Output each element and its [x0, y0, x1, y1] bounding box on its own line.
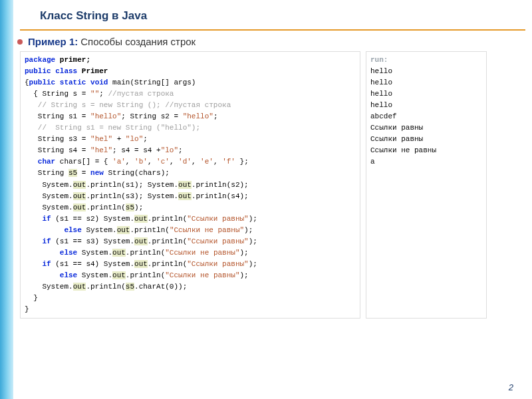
code-text: .println( — [126, 249, 165, 257]
code-text: System. — [82, 226, 117, 234]
code-text: primer; — [55, 56, 90, 64]
code-text: .println( — [86, 283, 125, 291]
code-text: .println(s1); System. — [86, 181, 178, 189]
output-line: Ссылки не равны — [370, 145, 482, 156]
code-text: } — [25, 305, 29, 313]
code-kw: else — [25, 226, 82, 234]
code-text: ; — [143, 135, 148, 143]
code-text: System. — [25, 181, 73, 189]
code-str: 'c' — [156, 158, 170, 166]
output-line: hello — [370, 66, 482, 77]
code-text: , — [126, 158, 134, 166]
code-comment: // String s = new String (); //пустая ст… — [25, 101, 231, 109]
code-text: ); — [134, 203, 143, 211]
code-hl: out — [73, 192, 86, 200]
code-text: }; — [235, 158, 249, 166]
code-text: { — [25, 78, 29, 86]
code-text: ; — [178, 146, 183, 154]
code-text: System. — [77, 249, 112, 257]
code-str: 'e' — [200, 158, 213, 166]
page-number: 2 — [509, 382, 513, 392]
code-text: , — [170, 158, 178, 166]
code-text: .println( — [86, 203, 125, 211]
code-text: , — [213, 158, 222, 166]
code-str: "Ссылки не равны" — [165, 249, 239, 257]
bullet-icon — [17, 39, 23, 45]
code-kw: if — [25, 237, 51, 245]
code-text: .charAt(0)); — [134, 283, 187, 291]
code-text: = — [77, 169, 90, 177]
code-text: .println( — [148, 237, 187, 245]
code-kw: new — [90, 169, 104, 177]
output-run-label: run: — [370, 55, 482, 66]
code-text: ); — [249, 215, 257, 223]
code-hl: out — [112, 249, 126, 257]
code-hl: out — [178, 181, 192, 189]
code-hl: out — [112, 271, 126, 279]
code-kw: if — [25, 260, 51, 268]
code-text: ; — [213, 112, 218, 120]
code-hl: s5 — [68, 169, 77, 177]
code-str: "" — [90, 90, 99, 98]
code-kw: package — [25, 56, 55, 64]
code-text: , — [148, 158, 156, 166]
code-text: ); — [239, 271, 248, 279]
code-str: "hello" — [90, 112, 121, 120]
slide-title: Класс String в Java — [40, 9, 532, 23]
code-text: String s4 = — [25, 146, 90, 154]
code-text: ; — [99, 90, 108, 98]
code-hl: out — [134, 237, 148, 245]
code-text: Primer — [77, 67, 108, 75]
code-str: "hel" — [90, 146, 112, 154]
code-str: 'a' — [112, 158, 126, 166]
code-text: System. — [25, 192, 73, 200]
code-text: ); — [249, 237, 257, 245]
code-hl: s5 — [126, 203, 134, 211]
code-comment: //пустая строка — [108, 90, 174, 98]
code-hl: out — [73, 181, 86, 189]
code-text: .println( — [148, 215, 187, 223]
code-hl: out — [134, 260, 148, 268]
slide-content: Класс String в Java Пример 1: Способы со… — [20, 0, 532, 319]
code-kw: else — [25, 271, 77, 279]
code-str: "Ссылки равны" — [187, 215, 248, 223]
code-text: String(chars); — [104, 169, 170, 177]
code-text: .println( — [130, 226, 169, 234]
code-str: "Ссылки равны" — [187, 237, 248, 245]
code-text: .println( — [126, 271, 165, 279]
output-line: a — [370, 156, 482, 168]
code-output-row: package primer; public class Primer {pub… — [20, 51, 532, 319]
code-str: 'b' — [134, 158, 148, 166]
code-kw: if — [25, 215, 51, 223]
example-text: Способы создания строк — [80, 36, 196, 47]
code-kw: public static void — [29, 78, 108, 86]
code-str: "lo" — [126, 135, 143, 143]
code-kw: public class — [25, 67, 77, 75]
code-text: System. — [25, 283, 73, 291]
code-text: (s1 == s2) System. — [51, 215, 134, 223]
code-str: 'd' — [178, 158, 192, 166]
code-str: 'f' — [222, 158, 235, 166]
output-line: hello — [370, 100, 482, 111]
code-hl: out — [73, 283, 86, 291]
slide-accent-stripe — [0, 0, 13, 399]
output-line: hello — [370, 88, 482, 100]
code-text: (s1 == s4) System. — [51, 260, 134, 268]
title-divider — [20, 29, 525, 31]
code-comment: // String s1 = new String ("hello"); — [25, 124, 200, 132]
code-text: .println(s4); — [192, 192, 249, 200]
output-line: Ссылки равны — [370, 122, 482, 134]
code-text: , — [192, 158, 200, 166]
code-text: ; s4 = s4 + — [112, 146, 161, 154]
code-text: String s3 = — [25, 135, 90, 143]
code-str: "Ссылки равны" — [187, 260, 248, 268]
code-text: + — [112, 135, 126, 143]
code-kw: else — [25, 249, 77, 257]
code-text: String — [25, 169, 68, 177]
example-label: Пример 1: — [28, 36, 78, 47]
code-kw: char — [25, 158, 55, 166]
code-text: .println(s2); — [192, 181, 249, 189]
code-text: .println( — [148, 260, 187, 268]
code-text: .println(s3); System. — [86, 192, 178, 200]
code-str: "lo" — [161, 146, 178, 154]
